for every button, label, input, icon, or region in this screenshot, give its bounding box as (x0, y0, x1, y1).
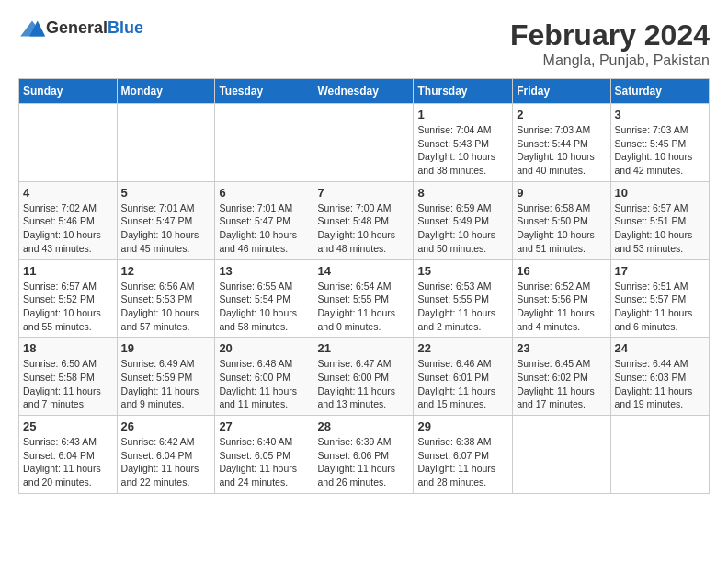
day-sunrise: Sunrise: 6:53 AM (417, 280, 508, 293)
calendar-cell: 4 Sunrise: 7:02 AM Sunset: 5:46 PM Dayli… (19, 181, 118, 259)
day-sunrise: Sunrise: 6:52 AM (517, 280, 606, 293)
calendar-cell (513, 416, 610, 494)
day-number: 6 (219, 186, 309, 200)
logo-general: General (46, 18, 108, 38)
day-number: 19 (121, 341, 211, 355)
calendar-cell: 29 Sunrise: 6:38 AM Sunset: 6:07 PM Dayl… (414, 416, 513, 494)
day-daylight: Daylight: 11 hours and 7 minutes. (23, 385, 113, 411)
calendar-day-header: Friday (513, 79, 610, 104)
logo: GeneralBlue (18, 18, 143, 38)
day-sunset: Sunset: 5:48 PM (317, 214, 409, 228)
day-number: 24 (615, 341, 705, 355)
day-sunset: Sunset: 5:44 PM (517, 137, 606, 151)
calendar-cell: 16 Sunrise: 6:52 AM Sunset: 5:56 PM Dayl… (513, 259, 610, 338)
calendar-day-header: Monday (117, 79, 215, 104)
day-daylight: Daylight: 10 hours and 50 minutes. (417, 228, 508, 255)
day-daylight: Daylight: 11 hours and 28 minutes. (417, 462, 508, 488)
day-number: 27 (219, 419, 309, 433)
day-sunset: Sunset: 5:46 PM (23, 214, 113, 228)
day-number: 17 (615, 264, 705, 278)
day-sunrise: Sunrise: 7:04 AM (417, 123, 508, 137)
calendar-week-row: 1 Sunrise: 7:04 AM Sunset: 5:43 PM Dayli… (19, 104, 710, 182)
day-sunset: Sunset: 6:03 PM (615, 371, 705, 385)
day-number: 23 (517, 341, 606, 355)
day-daylight: Daylight: 10 hours and 51 minutes. (517, 228, 606, 255)
calendar-cell: 22 Sunrise: 6:46 AM Sunset: 6:01 PM Dayl… (414, 338, 513, 416)
day-number: 10 (615, 186, 705, 200)
day-number: 2 (517, 108, 606, 121)
calendar-cell (610, 416, 709, 494)
calendar-cell: 19 Sunrise: 6:49 AM Sunset: 5:59 PM Dayl… (117, 338, 215, 416)
calendar-cell (19, 104, 118, 182)
day-number: 26 (121, 419, 211, 433)
title-section: February 2024 Mangla, Punjab, Pakistan (510, 18, 710, 69)
day-sunrise: Sunrise: 6:43 AM (23, 435, 113, 449)
day-sunrise: Sunrise: 6:44 AM (615, 357, 705, 371)
day-number: 20 (219, 341, 309, 355)
day-sunrise: Sunrise: 7:00 AM (317, 201, 409, 215)
day-daylight: Daylight: 11 hours and 2 minutes. (417, 306, 508, 333)
calendar-header-row: SundayMondayTuesdayWednesdayThursdayFrid… (19, 79, 710, 104)
day-sunrise: Sunrise: 7:01 AM (219, 201, 309, 215)
calendar-cell: 27 Sunrise: 6:40 AM Sunset: 6:05 PM Dayl… (215, 416, 313, 494)
calendar-cell: 9 Sunrise: 6:58 AM Sunset: 5:50 PM Dayli… (513, 181, 610, 259)
day-sunrise: Sunrise: 6:48 AM (219, 357, 309, 371)
subtitle: Mangla, Punjab, Pakistan (510, 52, 710, 69)
calendar-week-row: 4 Sunrise: 7:02 AM Sunset: 5:46 PM Dayli… (19, 181, 710, 259)
day-sunrise: Sunrise: 6:47 AM (317, 357, 409, 371)
day-sunrise: Sunrise: 6:38 AM (417, 435, 508, 449)
day-number: 18 (23, 341, 113, 355)
calendar-week-row: 18 Sunrise: 6:50 AM Sunset: 5:58 PM Dayl… (19, 338, 710, 416)
day-sunset: Sunset: 6:05 PM (219, 449, 309, 463)
day-daylight: Daylight: 11 hours and 17 minutes. (517, 385, 606, 411)
calendar-day-header: Sunday (19, 79, 118, 104)
calendar-cell: 5 Sunrise: 7:01 AM Sunset: 5:47 PM Dayli… (117, 181, 215, 259)
day-sunrise: Sunrise: 6:42 AM (121, 435, 211, 449)
day-sunrise: Sunrise: 7:01 AM (121, 201, 211, 215)
day-sunrise: Sunrise: 6:40 AM (219, 435, 309, 449)
calendar-cell: 1 Sunrise: 7:04 AM Sunset: 5:43 PM Dayli… (414, 104, 513, 182)
calendar-cell: 23 Sunrise: 6:45 AM Sunset: 6:02 PM Dayl… (513, 338, 610, 416)
calendar-day-header: Wednesday (313, 79, 414, 104)
day-number: 13 (219, 264, 309, 278)
day-number: 22 (417, 341, 508, 355)
calendar-cell: 28 Sunrise: 6:39 AM Sunset: 6:06 PM Dayl… (313, 416, 414, 494)
day-sunset: Sunset: 5:55 PM (417, 293, 508, 306)
day-sunset: Sunset: 5:43 PM (417, 137, 508, 151)
day-daylight: Daylight: 11 hours and 4 minutes. (517, 306, 606, 333)
day-sunset: Sunset: 6:07 PM (417, 449, 508, 463)
calendar-cell: 12 Sunrise: 6:56 AM Sunset: 5:53 PM Dayl… (117, 259, 215, 338)
day-sunrise: Sunrise: 6:50 AM (23, 357, 113, 371)
day-sunset: Sunset: 5:47 PM (219, 214, 309, 228)
calendar-week-row: 25 Sunrise: 6:43 AM Sunset: 6:04 PM Dayl… (19, 416, 710, 494)
day-sunrise: Sunrise: 6:59 AM (417, 201, 508, 215)
day-number: 11 (23, 264, 113, 278)
day-sunset: Sunset: 5:45 PM (615, 137, 705, 151)
day-daylight: Daylight: 10 hours and 42 minutes. (615, 150, 705, 177)
calendar-day-header: Tuesday (215, 79, 313, 104)
day-number: 14 (317, 264, 409, 278)
calendar-cell: 24 Sunrise: 6:44 AM Sunset: 6:03 PM Dayl… (610, 338, 709, 416)
day-sunrise: Sunrise: 6:51 AM (615, 280, 705, 293)
day-number: 15 (417, 264, 508, 278)
day-sunset: Sunset: 5:57 PM (615, 293, 705, 306)
day-sunset: Sunset: 6:04 PM (23, 449, 113, 463)
calendar-cell: 25 Sunrise: 6:43 AM Sunset: 6:04 PM Dayl… (19, 416, 118, 494)
calendar-week-row: 11 Sunrise: 6:57 AM Sunset: 5:52 PM Dayl… (19, 259, 710, 338)
calendar-table: SundayMondayTuesdayWednesdayThursdayFrid… (18, 78, 710, 494)
day-sunset: Sunset: 5:56 PM (517, 293, 606, 306)
day-sunrise: Sunrise: 6:39 AM (317, 435, 409, 449)
day-daylight: Daylight: 10 hours and 45 minutes. (121, 228, 211, 255)
day-sunrise: Sunrise: 6:55 AM (219, 280, 309, 293)
calendar-cell (117, 104, 215, 182)
calendar-cell: 17 Sunrise: 6:51 AM Sunset: 5:57 PM Dayl… (610, 259, 709, 338)
day-number: 9 (517, 186, 606, 200)
day-sunrise: Sunrise: 6:54 AM (317, 280, 409, 293)
day-daylight: Daylight: 10 hours and 40 minutes. (517, 150, 606, 177)
calendar-cell: 26 Sunrise: 6:42 AM Sunset: 6:04 PM Dayl… (117, 416, 215, 494)
calendar-cell: 20 Sunrise: 6:48 AM Sunset: 6:00 PM Dayl… (215, 338, 313, 416)
day-number: 12 (121, 264, 211, 278)
day-sunrise: Sunrise: 7:03 AM (517, 123, 606, 137)
day-number: 3 (615, 108, 705, 121)
day-sunset: Sunset: 6:00 PM (219, 371, 309, 385)
